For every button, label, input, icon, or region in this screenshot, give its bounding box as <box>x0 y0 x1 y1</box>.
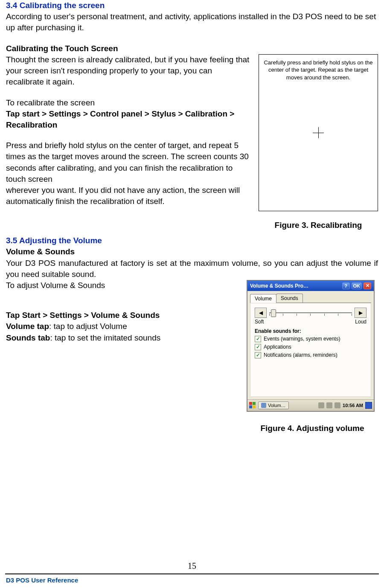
desc-volume-tap: : tap to adjust Volume <box>49 322 127 331</box>
tab-strip: Volume Sounds <box>250 294 371 303</box>
taskbar-app-label: Volum… <box>268 403 286 408</box>
checkbox-row-notifications[interactable]: ✓ Notifications (alarms, reminders) <box>255 352 367 358</box>
volume-sounds-window: Volume & Sounds Pro… ? OK ✕ Volume Sound… <box>247 280 375 412</box>
app-icon <box>261 403 266 408</box>
volume-slider-thumb[interactable] <box>271 309 276 317</box>
window-titlebar: Volume & Sounds Pro… ? OK ✕ <box>247 281 374 291</box>
desktop-button-icon[interactable] <box>365 402 372 409</box>
checkbox-row-applications[interactable]: ✓ Applications <box>255 344 367 350</box>
subheading-calibrating-touch: Calibrating the Touch Screen <box>6 43 378 54</box>
tray-icon[interactable] <box>318 402 324 408</box>
paragraph: Your D3 POS manufactured at factory is s… <box>6 258 378 280</box>
taskbar-app-button[interactable]: Volum… <box>258 402 289 409</box>
figure-4-column: Volume & Sounds Pro… ? OK ✕ Volume Sound… <box>247 280 378 434</box>
checkbox-label: Notifications (alarms, reminders) <box>264 352 337 358</box>
checkbox-checked-icon[interactable]: ✓ <box>255 352 261 358</box>
checkbox-checked-icon[interactable]: ✓ <box>255 344 261 350</box>
heading-3-5: 3.5 Adjusting the Volume <box>6 235 378 246</box>
checkbox-checked-icon[interactable]: ✓ <box>255 336 261 342</box>
system-tray: 10:56 AM <box>318 402 372 409</box>
label-loud: Loud <box>355 319 367 325</box>
ok-button[interactable]: OK <box>352 282 362 289</box>
volume-increase-button[interactable]: ▶ <box>355 308 367 318</box>
nav-path-calibration: Tap start > Settings > Control panel > S… <box>6 108 251 131</box>
enable-sounds-heading: Enable sounds for: <box>255 328 367 334</box>
tab-volume[interactable]: Volume <box>250 294 276 303</box>
paragraph: Sounds tab: tap to set the imitated soun… <box>6 332 239 343</box>
figure-3-column: Carefully press and briefly hold stylus … <box>259 54 378 231</box>
paragraph: Thought the screen is already calibrated… <box>6 54 251 88</box>
label-soft: Soft <box>255 319 264 325</box>
paragraph: wherever you want. If you did not have a… <box>6 185 251 207</box>
paragraph: To adjust Volume & Sounds <box>6 280 239 291</box>
tray-icon[interactable] <box>326 402 332 408</box>
volume-slider[interactable] <box>269 309 352 317</box>
paragraph: To recalibrate the screen <box>6 97 251 108</box>
tray-icon[interactable] <box>335 402 340 408</box>
window-title: Volume & Sounds Pro… <box>250 283 340 289</box>
figure-4-caption: Figure 4. Adjusting volume <box>247 423 378 434</box>
figure-3-screenshot: Carefully press and briefly hold stylus … <box>259 54 378 211</box>
taskbar-clock: 10:56 AM <box>343 403 363 408</box>
start-button-icon[interactable] <box>249 402 256 408</box>
checkbox-row-events[interactable]: ✓ Events (warnings, system events) <box>255 336 367 342</box>
footer-rule <box>5 573 379 574</box>
paragraph: Press and briefly hold stylus on the cen… <box>6 140 251 185</box>
checkbox-label: Events (warnings, system events) <box>264 336 340 342</box>
heading-3-4: 3.4 Calibrating the screen <box>6 0 378 11</box>
paragraph: Volume tap: tap to adjust Volume <box>6 321 239 332</box>
figure-3-caption: Figure 3. Recalibrating <box>259 220 378 231</box>
paragraph: According to user's personal treatment, … <box>6 11 378 33</box>
close-button[interactable]: ✕ <box>364 282 371 289</box>
page-number: 15 <box>0 561 384 571</box>
help-button[interactable]: ? <box>342 282 350 289</box>
checkbox-label: Applications <box>264 344 291 350</box>
tab-sounds[interactable]: Sounds <box>276 294 303 303</box>
nav-path-volume: Tap Start > Settings > Volume & Sounds <box>6 310 239 321</box>
subheading-volume-sounds: Volume & Sounds <box>6 246 378 257</box>
volume-decrease-button[interactable]: ◀ <box>255 308 267 318</box>
desc-sounds-tab: : tap to set the imitated sounds <box>50 333 160 342</box>
volume-panel: ◀ ▶ Soft Loud Enable sounds for: <box>250 303 371 397</box>
footer-text: D3 POS User Reference <box>6 576 78 584</box>
label-volume-tap: Volume tap <box>6 322 49 331</box>
taskbar: Volum… 10:56 AM <box>247 399 374 411</box>
label-sounds-tab: Sounds tab <box>6 333 50 342</box>
calibration-instructions-text: Carefully press and briefly hold stylus … <box>262 59 374 82</box>
